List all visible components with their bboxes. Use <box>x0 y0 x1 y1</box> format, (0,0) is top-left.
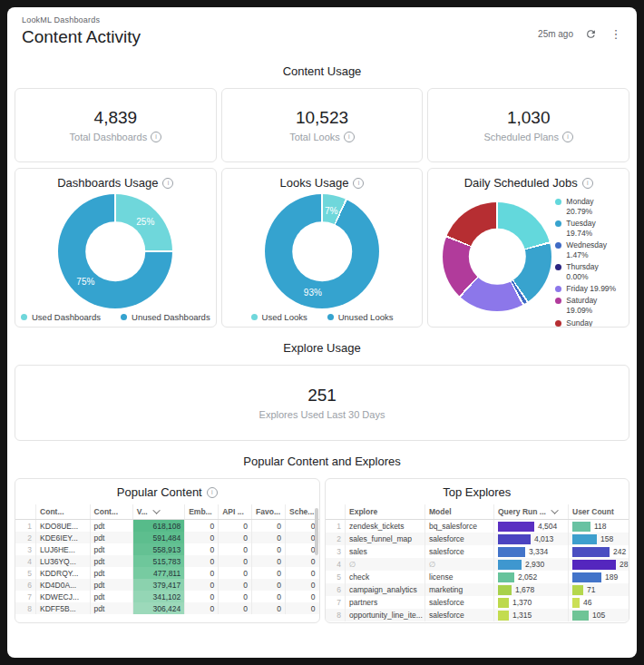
bar-value-label: 2,052 <box>518 572 537 582</box>
table-row[interactable]: 6KD4D0A...pdt379,4170000 <box>15 579 319 591</box>
schedules-cell: 0 <box>286 532 319 543</box>
column-header[interactable]: Explore <box>346 504 425 520</box>
last-refresh-label: 25m ago <box>538 29 573 39</box>
column-header[interactable]: Sche... <box>286 504 319 520</box>
breadcrumb[interactable]: LookML Dashboards <box>22 15 622 24</box>
legend-item[interactable]: Used Dashboards <box>21 312 101 322</box>
column-header[interactable] <box>15 504 36 520</box>
content-cell: KDWECJ... <box>36 591 91 602</box>
donut-slice-label: 7% <box>325 205 337 215</box>
embed-cell: 0 <box>185 567 219 579</box>
table-row[interactable]: 8opportunity_line_ite...salesforce1,3151… <box>326 609 630 621</box>
sorted-column-header[interactable]: V... <box>132 504 184 520</box>
table-row[interactable]: 1zendesk_ticketsbq_salesforce4,504118 <box>326 520 630 533</box>
column-header[interactable]: API ... <box>219 504 252 520</box>
legend-item[interactable]: Unused Dashboards <box>121 312 210 322</box>
value-bar <box>572 598 580 608</box>
column-header[interactable]: Cont... <box>90 504 132 520</box>
legend-item[interactable]: Tuesday19.74% <box>555 219 629 239</box>
content-type-cell: pdt <box>90 579 132 591</box>
daily-scheduled-jobs-donut[interactable] <box>443 202 551 311</box>
table-row[interactable]: 6campaign_analyticsmarketing1,67871 <box>326 583 630 596</box>
user-count-cell: 281 <box>569 558 630 571</box>
table-row[interactable]: 7KDWECJ...pdt341,1020000 <box>15 591 319 602</box>
explores-used-card[interactable]: 251 Explores Used Last 30 Days <box>15 365 629 441</box>
info-icon[interactable] <box>344 132 355 142</box>
screenshot-frame: LookML Dashboards Content Activity 25m a… <box>0 0 644 665</box>
column-header[interactable] <box>326 504 346 520</box>
content-cell: KDO8UE... <box>36 520 91 533</box>
sort-desc-icon <box>152 506 160 513</box>
api-cell: 0 <box>219 520 252 533</box>
legend-item[interactable]: Sunday18.92% <box>555 318 629 328</box>
table-header-row: ExploreModelQuery Run ...User Count <box>326 504 630 520</box>
info-icon[interactable] <box>582 178 593 189</box>
table-row[interactable]: 8KDFF5B...pdt306,4240000 <box>15 602 319 614</box>
table-row[interactable]: 4∅∅2,930281 <box>326 558 630 571</box>
info-icon[interactable] <box>207 487 218 498</box>
row-number-cell: 4 <box>326 558 346 571</box>
kpi-label: Total Looks <box>289 132 340 142</box>
legend-item[interactable]: Used Looks <box>251 312 307 322</box>
dashboards-usage-donut[interactable]: 25%75% <box>58 194 172 308</box>
favorites-cell: 0 <box>252 555 286 567</box>
table-title: Popular Content <box>117 485 202 499</box>
bar-value-label: 1,315 <box>512 611 532 620</box>
sorted-column-header[interactable]: Query Run ... <box>494 504 569 520</box>
table-row[interactable]: 2sales_funnel_mapsalesforce4,013158 <box>326 533 630 545</box>
info-icon[interactable] <box>562 132 573 142</box>
column-header[interactable]: User Count <box>569 504 630 520</box>
legend-label: Thursday0.00% <box>566 262 598 282</box>
embed-cell: 0 <box>185 543 219 555</box>
kpi-value: 1,030 <box>507 108 551 128</box>
query-run-cell: 4,013 <box>494 533 569 545</box>
kpi-card-scheduled-plans[interactable]: 1,030 Scheduled Plans <box>427 88 629 162</box>
column-header[interactable]: Cont... <box>36 504 91 520</box>
table-row[interactable]: 2KDE6IEY...pdt591,4840000 <box>15 532 319 543</box>
table-row[interactable]: 4LU36YQ...pdt515,7830000 <box>15 555 319 567</box>
api-cell: 0 <box>219 555 252 567</box>
table-row[interactable]: 1KDO8UE...pdt618,1080000 <box>15 520 319 533</box>
table-row[interactable]: 5checklicense2,052189 <box>326 571 630 583</box>
column-header[interactable]: Favo... <box>252 504 286 520</box>
vertical-scrollbar[interactable] <box>315 508 318 555</box>
table-row[interactable]: 3LUJ6HE...pdt558,9130000 <box>15 543 319 555</box>
kpi-card-total-looks[interactable]: 10,523 Total Looks <box>221 88 424 162</box>
legend-item[interactable]: Thursday0.00% <box>555 262 629 282</box>
legend-item[interactable]: Friday 19.99% <box>555 284 629 294</box>
top-explores-table: ExploreModelQuery Run ...User Count 1zen… <box>326 504 630 621</box>
info-icon[interactable] <box>162 178 173 189</box>
donut-slice-label: 75% <box>76 276 94 286</box>
row-number-cell: 8 <box>326 609 346 621</box>
model-cell: marketing <box>425 583 494 596</box>
column-header[interactable]: Emb... <box>185 504 219 520</box>
legend-item[interactable]: Saturday19.09% <box>555 296 629 316</box>
kpi-card-total-dashboards[interactable]: 4,839 Total Dashboards <box>15 88 217 162</box>
api-cell: 0 <box>219 543 252 555</box>
favorites-cell: 0 <box>252 591 286 602</box>
looks-usage-donut[interactable]: 7%93% <box>265 194 379 308</box>
content-type-cell: pdt <box>90 567 132 579</box>
schedules-cell: 0 <box>286 567 319 579</box>
legend-item[interactable]: Wednesday1.47% <box>555 240 629 260</box>
value-bar <box>572 585 583 595</box>
legend-item[interactable]: Unused Looks <box>327 312 394 322</box>
table-row[interactable]: 3salessalesforce3,334242 <box>326 545 630 558</box>
content-type-cell: pdt <box>90 591 132 602</box>
info-icon[interactable] <box>353 178 364 189</box>
column-header[interactable]: Model <box>425 504 494 520</box>
query-run-cell: 2,930 <box>494 558 569 571</box>
value-bar <box>498 585 512 595</box>
bar-value-label: 242 <box>613 547 626 556</box>
favorites-cell: 0 <box>252 520 286 533</box>
table-row[interactable]: 7partnerssalesforce1,37046 <box>326 596 630 609</box>
looks-usage-card: Looks Usage 7%93% Used LooksUnused Looks <box>221 168 424 328</box>
table-row[interactable]: 5KDDRQY...pdt477,8110000 <box>15 567 319 579</box>
row-number-cell: 8 <box>15 602 36 614</box>
sort-desc-icon <box>551 506 558 513</box>
schedules-cell: 0 <box>286 520 319 533</box>
info-icon[interactable] <box>151 132 161 142</box>
legend-item[interactable]: Monday20.79% <box>555 197 629 217</box>
more-menu-button[interactable]: ⋮ <box>608 25 624 42</box>
refresh-button[interactable] <box>582 25 599 42</box>
